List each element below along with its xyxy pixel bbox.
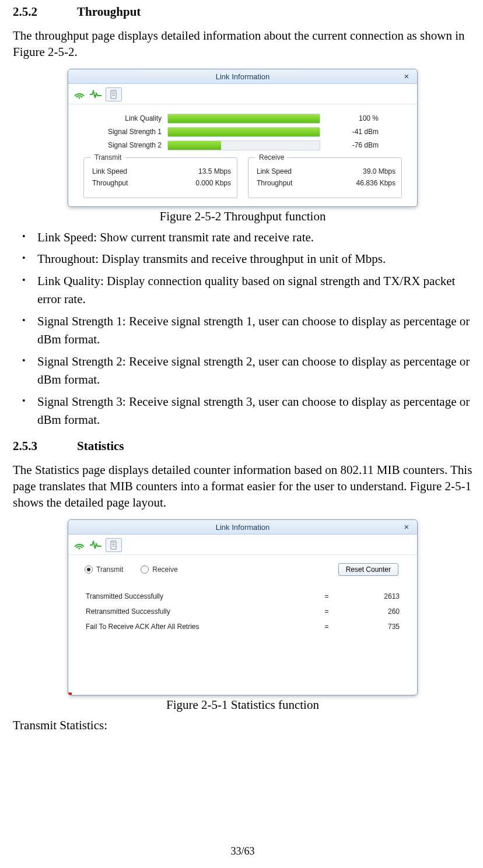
list-item: Signal Strength 2: Receive signal streng… [29, 353, 473, 389]
window-body: Link Quality 100 % Signal Strength 1 -41… [68, 104, 417, 206]
list-item: Throughout: Display transmits and receiv… [29, 250, 473, 269]
list-item: Signal Strength 3: Receive signal streng… [29, 393, 473, 430]
window-title: Link Information [216, 523, 270, 532]
bar-label: Link Quality [92, 114, 167, 122]
window-titlebar: Link Information × [68, 520, 417, 535]
page-footer: 33/63 [13, 845, 473, 858]
intro-paragraph-throughput: The throughput page displays detailed in… [13, 27, 473, 61]
equals-sign: = [318, 623, 335, 631]
stats-value: 2613 [335, 592, 400, 600]
window-title: Link Information [216, 72, 270, 81]
link-information-window-throughput: Link Information × Link Quality 100 % [68, 69, 418, 207]
receive-group: Receive Link Speed 39.0 Mbps Throughput … [248, 157, 402, 198]
transmit-group: Transmit Link Speed 13.5 Mbps Throughput… [83, 157, 237, 198]
document-icon[interactable] [106, 538, 122, 552]
bar-value: 100 % [320, 114, 379, 122]
svg-point-0 [79, 97, 80, 99]
stats-label: Retransmitted Successfully [86, 607, 318, 616]
bar-track [167, 114, 320, 124]
bar-value: -41 dBm [320, 128, 379, 136]
radio-receive[interactable]: Receive [141, 565, 177, 574]
stat-value: 46.836 Kbps [356, 179, 396, 187]
stat-row: Link Speed 39.0 Mbps [257, 167, 396, 175]
figure-caption-1: Figure 2-5-2 Throughput function [13, 209, 473, 224]
radio-dot-selected-icon [85, 565, 93, 574]
stats-row: Retransmitted Successfully = 260 [86, 607, 400, 616]
stat-row: Throughput 46.836 Kbps [257, 179, 396, 187]
radio-dot-icon [141, 565, 149, 574]
bar-row-link-quality: Link Quality 100 % [92, 114, 394, 124]
window-toolbar [68, 535, 417, 555]
group-legend: Transmit [91, 153, 125, 161]
bar-track [167, 140, 320, 150]
stats-value: 735 [335, 623, 400, 631]
stat-key: Link Speed [257, 167, 292, 175]
list-item: Link Speed: Show current transmit rate a… [29, 229, 473, 247]
intro-paragraph-statistics: The Statistics page displays detailed co… [13, 462, 473, 511]
red-edge-accent [68, 693, 72, 695]
throughput-bullet-list: Link Speed: Show current transmit rate a… [13, 229, 473, 430]
list-item: Signal Strength 1: Receive signal streng… [29, 312, 473, 349]
stat-row: Link Speed 13.5 Mbps [92, 167, 231, 175]
stats-row: Transmitted Successfully = 2613 [86, 592, 400, 600]
svg-point-5 [79, 547, 80, 549]
stat-value: 39.0 Mbps [363, 167, 396, 175]
stats-row: Fail To Receive ACK After All Retries = … [86, 623, 400, 631]
stat-key: Link Speed [92, 167, 127, 175]
link-information-window-statistics: Link Information × Transmit Receive [68, 519, 418, 695]
stats-label: Fail To Receive ACK After All Retries [86, 623, 318, 631]
statistics-controls: Transmit Receive Reset Counter [68, 555, 417, 579]
heartbeat-icon[interactable] [89, 539, 102, 551]
group-legend: Receive [256, 153, 288, 161]
window-toolbar [68, 84, 417, 104]
stats-value: 260 [335, 607, 400, 616]
wifi-icon[interactable] [73, 89, 86, 100]
radio-label: Transmit [96, 565, 123, 574]
radio-label: Receive [152, 565, 177, 574]
bar-track [167, 127, 320, 137]
stat-value: 0.000 Kbps [195, 179, 231, 187]
section-2-5-2-header: 2.5.2 Throughput [13, 5, 473, 19]
figure-caption-2: Figure 2-5-1 Statistics function [13, 698, 473, 712]
section-title: Throughput [77, 5, 141, 19]
bar-fill [168, 141, 221, 150]
list-item: Link Quality: Display connection quality… [29, 272, 473, 309]
stat-row: Throughput 0.000 Kbps [92, 179, 231, 187]
bar-label: Signal Strength 2 [92, 141, 167, 149]
stat-key: Throughput [257, 179, 292, 187]
wifi-icon[interactable] [73, 539, 86, 551]
stat-key: Throughput [92, 179, 128, 187]
bar-row-signal-1: Signal Strength 1 -41 dBm [92, 127, 394, 137]
section-number: 2.5.3 [13, 439, 77, 454]
heartbeat-icon[interactable] [89, 89, 102, 100]
svg-rect-1 [111, 90, 116, 99]
bar-fill [168, 114, 320, 123]
window-titlebar: Link Information × [68, 69, 417, 84]
section-title: Statistics [77, 439, 124, 454]
bar-value: -76 dBm [320, 141, 379, 149]
tx-rx-groups: Transmit Link Speed 13.5 Mbps Throughput… [80, 157, 405, 198]
signal-bars: Link Quality 100 % Signal Strength 1 -41… [92, 114, 394, 150]
equals-sign: = [318, 607, 335, 616]
document-icon[interactable] [106, 87, 122, 101]
svg-rect-6 [111, 541, 116, 549]
statistics-body: Transmitted Successfully = 2613 Retransm… [68, 579, 417, 661]
close-icon[interactable]: × [402, 71, 411, 80]
reset-counter-button[interactable]: Reset Counter [338, 563, 398, 576]
bar-fill [168, 128, 320, 136]
bar-label: Signal Strength 1 [92, 128, 167, 136]
equals-sign: = [318, 592, 335, 600]
section-2-5-3-header: 2.5.3 Statistics [13, 439, 473, 454]
radio-transmit[interactable]: Transmit [85, 565, 123, 574]
bar-row-signal-2: Signal Strength 2 -76 dBm [92, 140, 394, 150]
stats-label: Transmitted Successfully [86, 592, 318, 600]
close-icon[interactable]: × [402, 522, 411, 531]
transmit-statistics-label: Transmit Statistics: [13, 717, 473, 733]
stat-value: 13.5 Mbps [198, 167, 231, 175]
section-number: 2.5.2 [13, 5, 77, 19]
